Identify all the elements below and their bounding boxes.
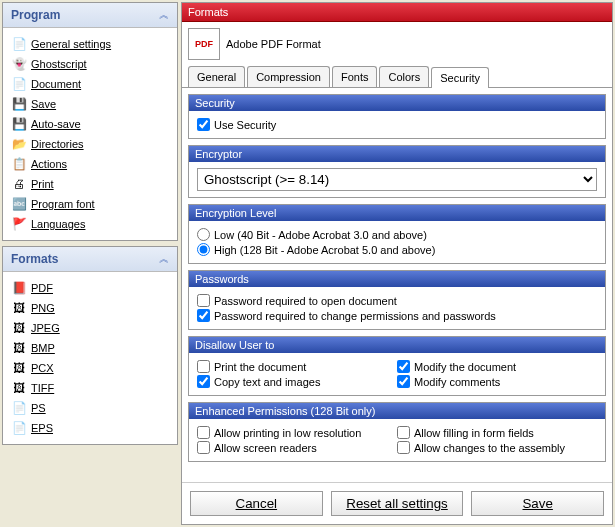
tab-fonts[interactable]: Fonts — [332, 66, 378, 87]
security-section: Security Use Security — [188, 94, 606, 139]
nav-bmp[interactable]: 🖼BMP — [7, 338, 173, 358]
autosave-icon: 💾 — [11, 116, 27, 132]
program-panel-title: Program — [11, 8, 60, 22]
nav-label: PNG — [31, 302, 55, 314]
encryptor-select[interactable]: Ghostscript (>= 8.14) — [197, 168, 597, 191]
nav-directories[interactable]: 📂Directories — [7, 134, 173, 154]
program-panel: Program ︽ 📄General settings 👻Ghostscript… — [2, 2, 178, 241]
tab-compression[interactable]: Compression — [247, 66, 330, 87]
nav-ghostscript[interactable]: 👻Ghostscript — [7, 54, 173, 74]
encryption-high-radio[interactable] — [197, 243, 210, 256]
encryptor-section: Encryptor Ghostscript (>= 8.14) — [188, 145, 606, 198]
password-open-checkbox[interactable] — [197, 294, 210, 307]
nav-actions[interactable]: 📋Actions — [7, 154, 173, 174]
nav-label: Actions — [31, 158, 67, 170]
enhanced-form-checkbox[interactable] — [397, 426, 410, 439]
nav-png[interactable]: 🖼PNG — [7, 298, 173, 318]
nav-pcx[interactable]: 🖼PCX — [7, 358, 173, 378]
chevron-up-icon[interactable]: ︽ — [159, 252, 169, 266]
pdf-icon: 📕 — [11, 280, 27, 296]
formats-panel: Formats ︽ 📕PDF 🖼PNG 🖼JPEG 🖼BMP 🖼PCX 🖼TIF… — [2, 246, 178, 445]
nav-label: Auto-save — [31, 118, 81, 130]
checkbox-label: Copy text and images — [214, 376, 320, 388]
section-header: Encryptor — [189, 146, 605, 162]
encryption-low-radio[interactable] — [197, 228, 210, 241]
nav-label: EPS — [31, 422, 53, 434]
nav-label: General settings — [31, 38, 111, 50]
enhanced-lowres-checkbox[interactable] — [197, 426, 210, 439]
tab-colors[interactable]: Colors — [379, 66, 429, 87]
password-change-checkbox[interactable] — [197, 309, 210, 322]
chevron-up-icon[interactable]: ︽ — [159, 8, 169, 22]
nav-program-font[interactable]: 🔤Program font — [7, 194, 173, 214]
actions-icon: 📋 — [11, 156, 27, 172]
nav-label: Save — [31, 98, 56, 110]
nav-label: Ghostscript — [31, 58, 87, 70]
ghost-icon: 👻 — [11, 56, 27, 72]
nav-label: Languages — [31, 218, 85, 230]
nav-jpeg[interactable]: 🖼JPEG — [7, 318, 173, 338]
section-header: Disallow User to — [189, 337, 605, 353]
nav-eps[interactable]: 📄EPS — [7, 418, 173, 438]
enhanced-assembly-checkbox[interactable] — [397, 441, 410, 454]
nav-label: JPEG — [31, 322, 60, 334]
nav-ps[interactable]: 📄PS — [7, 398, 173, 418]
section-header: Security — [189, 95, 605, 111]
checkbox-label: Allow screen readers — [214, 442, 317, 454]
section-header: Enhanced Permissions (128 Bit only) — [189, 403, 605, 419]
format-row: PDF Adobe PDF Format — [182, 22, 612, 66]
png-icon: 🖼 — [11, 300, 27, 316]
checkbox-label: Allow changes to the assembly — [414, 442, 565, 454]
nav-document[interactable]: 📄Document — [7, 74, 173, 94]
tab-security[interactable]: Security — [431, 67, 489, 88]
nav-label: Print — [31, 178, 54, 190]
format-name: Adobe PDF Format — [226, 38, 321, 50]
save-button[interactable]: Save — [471, 491, 604, 516]
reset-button[interactable]: Reset all settings — [331, 491, 464, 516]
checkbox-label: Password required to open document — [214, 295, 397, 307]
nav-label: Directories — [31, 138, 84, 150]
checkbox-label: Modify the document — [414, 361, 516, 373]
nav-save[interactable]: 💾Save — [7, 94, 173, 114]
cancel-button[interactable]: Cancel — [190, 491, 323, 516]
pcx-icon: 🖼 — [11, 360, 27, 376]
radio-label: Low (40 Bit - Adobe Acrobat 3.0 and abov… — [214, 229, 427, 241]
enhanced-screen-checkbox[interactable] — [197, 441, 210, 454]
checkbox-label: Allow filling in form fields — [414, 427, 534, 439]
eps-icon: 📄 — [11, 420, 27, 436]
save-icon: 💾 — [11, 96, 27, 112]
nav-label: PS — [31, 402, 46, 414]
disallow-modify-checkbox[interactable] — [397, 360, 410, 373]
pdf-format-icon: PDF — [188, 28, 220, 60]
disallow-copy-checkbox[interactable] — [197, 375, 210, 388]
encryption-level-section: Encryption Level Low (40 Bit - Adobe Acr… — [188, 204, 606, 264]
nav-tiff[interactable]: 🖼TIFF — [7, 378, 173, 398]
disallow-comments-checkbox[interactable] — [397, 375, 410, 388]
radio-label: High (128 Bit - Adobe Acrobat 5.0 and ab… — [214, 244, 435, 256]
bmp-icon: 🖼 — [11, 340, 27, 356]
nav-pdf[interactable]: 📕PDF — [7, 278, 173, 298]
nav-label: TIFF — [31, 382, 54, 394]
nav-print[interactable]: 🖨Print — [7, 174, 173, 194]
nav-label: PCX — [31, 362, 54, 374]
flag-icon: 🚩 — [11, 216, 27, 232]
checkbox-label: Password required to change permissions … — [214, 310, 496, 322]
checkbox-label: Allow printing in low resolution — [214, 427, 361, 439]
nav-auto-save[interactable]: 💾Auto-save — [7, 114, 173, 134]
tiff-icon: 🖼 — [11, 380, 27, 396]
formats-header: Formats — [182, 3, 612, 22]
nav-general-settings[interactable]: 📄General settings — [7, 34, 173, 54]
nav-languages[interactable]: 🚩Languages — [7, 214, 173, 234]
checkbox-label: Modify comments — [414, 376, 500, 388]
nav-label: BMP — [31, 342, 55, 354]
disallow-section: Disallow User to Print the document Copy… — [188, 336, 606, 396]
nav-label: Document — [31, 78, 81, 90]
section-header: Passwords — [189, 271, 605, 287]
settings-icon: 📄 — [11, 36, 27, 52]
disallow-print-checkbox[interactable] — [197, 360, 210, 373]
section-header: Encryption Level — [189, 205, 605, 221]
tab-general[interactable]: General — [188, 66, 245, 87]
font-icon: 🔤 — [11, 196, 27, 212]
nav-label: Program font — [31, 198, 95, 210]
use-security-checkbox[interactable] — [197, 118, 210, 131]
